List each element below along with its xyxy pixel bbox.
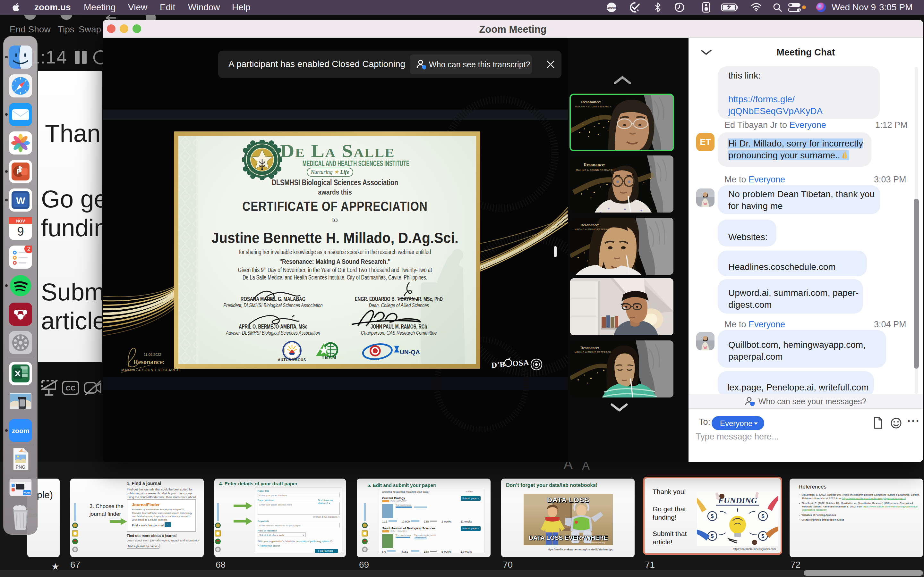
svg-text:NOV: NOV xyxy=(16,219,25,223)
svg-text:Resonance:: Resonance: xyxy=(580,346,599,350)
svg-text:zoom: zoom xyxy=(607,6,615,9)
svg-text:Resonance:: Resonance: xyxy=(580,223,599,227)
svg-text:MAKING A SOUND RESEARCH.: MAKING A SOUND RESEARCH. xyxy=(576,169,615,171)
svg-text:$: $ xyxy=(762,533,764,539)
svg-text:Resonance:: Resonance: xyxy=(583,163,606,167)
svg-text:9: 9 xyxy=(17,225,24,238)
svg-text:W: W xyxy=(16,195,25,206)
svg-text:P: P xyxy=(17,167,22,176)
svg-text:MAKING A SOUND RESEARCH.: MAKING A SOUND RESEARCH. xyxy=(121,368,181,372)
svg-text:D'B: D'B xyxy=(491,360,505,369)
svg-text:$: $ xyxy=(711,533,714,539)
svg-text:zoom: zoom xyxy=(12,427,29,434)
svg-text:$: $ xyxy=(762,514,764,519)
svg-text:CC: CC xyxy=(66,384,75,392)
svg-text:Resonance:: Resonance: xyxy=(134,358,165,366)
svg-text:OSA: OSA xyxy=(512,358,529,368)
svg-text:zoom: zoom xyxy=(23,492,31,495)
svg-text:MAKING A SOUND RESEARCH.: MAKING A SOUND RESEARCH. xyxy=(575,228,612,230)
svg-text:UN-QA: UN-QA xyxy=(400,349,420,356)
svg-text:MAKING A SOUND RESEARCH.: MAKING A SOUND RESEARCH. xyxy=(575,351,612,353)
svg-text:PNG: PNG xyxy=(16,464,25,470)
svg-text:2: 2 xyxy=(27,245,31,252)
svg-text:TEAM: TEAM xyxy=(321,355,336,360)
svg-text:$: $ xyxy=(711,514,714,519)
svg-text:11.09.2022: 11.09.2022 xyxy=(144,353,161,356)
